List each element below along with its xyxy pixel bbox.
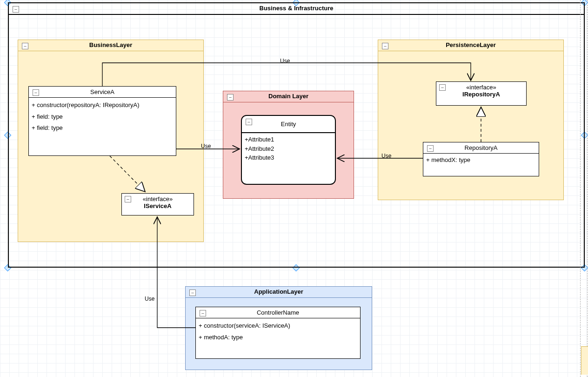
repository-a-name: RepositoryA	[423, 142, 539, 154]
service-a-class[interactable]: ServiceA + constructor(repositoryA: IRep…	[28, 86, 176, 156]
service-a-member: + field: type	[32, 111, 173, 123]
iservice-a-stereotype: «interface»	[123, 195, 193, 202]
use-label: Use	[201, 143, 211, 149]
iservice-a-interface[interactable]: «interface» IServiceA	[121, 193, 194, 215]
entity-attr: +Attribute3	[245, 153, 332, 162]
service-a-member: + constructor(repositoryA: IRepositoryA)	[32, 100, 173, 111]
collapse-icon[interactable]	[227, 94, 234, 101]
collapse-icon[interactable]	[33, 89, 39, 96]
controller-name: ControllerName	[196, 307, 360, 318]
domain-layer-title: Domain Layer	[223, 91, 354, 102]
collapse-icon[interactable]	[125, 196, 131, 202]
offscreen-shape	[581, 346, 588, 375]
application-layer-title: ApplicationLayer	[186, 287, 372, 298]
collapse-icon[interactable]	[246, 119, 252, 125]
controller-class[interactable]: ControllerName + constructor(serviceA: I…	[195, 307, 361, 359]
service-a-member: + field: type	[32, 122, 173, 134]
irepository-a-interface[interactable]: «interface» IRepositoryA	[436, 81, 527, 106]
entity-name: Entity	[242, 116, 335, 133]
business-layer-title: BusinessLayer	[18, 40, 203, 51]
collapse-icon[interactable]	[200, 310, 206, 316]
collapse-icon[interactable]	[13, 6, 19, 13]
repository-a-member: + methodX: type	[426, 155, 536, 165]
use-label: Use	[280, 58, 290, 64]
collapse-icon[interactable]	[439, 84, 446, 91]
repository-a-class[interactable]: RepositoryA + methodX: type	[423, 142, 539, 176]
collapse-icon[interactable]	[22, 43, 28, 49]
use-label: Use	[381, 153, 391, 159]
controller-member: + constructor(serviceA: IServiceA)	[199, 320, 357, 332]
entity-attr: +Attribute1	[245, 135, 332, 144]
persistence-layer-title: PersistenceLayer	[378, 40, 563, 51]
guide-line	[587, 0, 588, 377]
entity-class[interactable]: Entity +Attribute1 +Attribute2 +Attribut…	[241, 115, 336, 185]
iservice-a-name: IServiceA	[123, 202, 193, 209]
use-label: Use	[145, 296, 154, 302]
guide-line	[580, 0, 581, 377]
irepository-a-name: IRepositoryA	[437, 91, 525, 98]
service-a-name: ServiceA	[29, 87, 176, 98]
collapse-icon[interactable]	[427, 145, 434, 152]
irepository-a-stereotype: «interface»	[437, 84, 525, 91]
outer-title: Business & Infrastructure	[9, 3, 584, 15]
collapse-icon[interactable]	[382, 43, 388, 49]
controller-member: + methodA: type	[199, 332, 357, 343]
entity-attr: +Attribute2	[245, 144, 332, 154]
collapse-icon[interactable]	[189, 289, 196, 296]
